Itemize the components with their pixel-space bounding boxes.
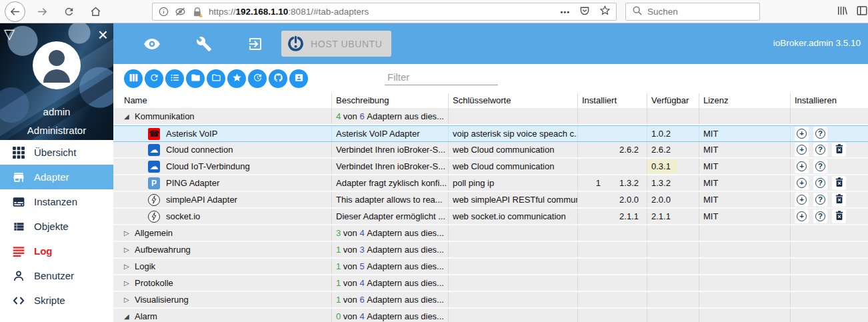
readme-help-button[interactable]: ?: [813, 143, 827, 157]
available-version: 2.6.2: [647, 143, 675, 156]
license: MIT: [699, 209, 790, 224]
sidebar-item-log[interactable]: Log: [0, 239, 113, 263]
search-input[interactable]: [647, 7, 741, 17]
url-bar[interactable]: https://192.168.1.10:8081/#tab-adapters …: [152, 3, 617, 21]
group-name: Aufbewahrung: [135, 245, 191, 255]
pocket-icon[interactable]: [579, 5, 590, 19]
group-row-aufbewahrung[interactable]: ▷Aufbewahrung1 von 3 Adaptern aus dies..…: [113, 242, 868, 259]
plus-circle-icon: +: [797, 145, 807, 155]
expand-triangle-icon[interactable]: ▷: [124, 296, 135, 303]
star-button[interactable]: [227, 69, 246, 88]
group-row-kommunikation[interactable]: ◢Kommunikation4 von 6 Adaptern aus dies.…: [113, 109, 868, 125]
badge-button[interactable]: [289, 69, 308, 88]
adapter-icon-asterisk-voip: ☎: [148, 128, 160, 140]
sidebar-item-label: Skripte: [34, 295, 65, 306]
search-bar[interactable]: [625, 3, 760, 21]
collapse-triangle-icon[interactable]: ▽: [4, 26, 15, 42]
home-button[interactable]: [85, 1, 106, 22]
collapse-triangle-icon[interactable]: ◢: [124, 313, 135, 320]
github-button[interactable]: [269, 69, 287, 88]
insecure-lock-icon[interactable]: [192, 7, 203, 17]
home-icon: [90, 6, 101, 17]
sidebar-item-label: Benutzer: [34, 270, 74, 281]
question-circle-icon: ?: [815, 145, 825, 155]
add-instance-button[interactable]: +: [795, 127, 809, 141]
delete-adapter-button[interactable]: [832, 209, 846, 223]
readme-help-button[interactable]: ?: [813, 159, 827, 173]
group-row-visualisierung[interactable]: ▷Visualisierung1 von 6 Adaptern aus dies…: [113, 292, 868, 309]
folder-button[interactable]: [186, 69, 205, 88]
folder-open-button[interactable]: [207, 69, 225, 88]
add-instance-button[interactable]: +: [795, 143, 809, 157]
list-button[interactable]: [165, 69, 184, 88]
forward-button[interactable]: [32, 1, 53, 22]
adapter-keywords: web Cloud communication: [448, 159, 577, 174]
bookmark-star-icon[interactable]: [599, 5, 611, 19]
reload-icon: [63, 6, 75, 17]
delete-adapter-button[interactable]: [832, 143, 846, 157]
collapse-triangle-icon[interactable]: ◢: [124, 113, 135, 120]
sidebar-item-adapter[interactable]: Adapter: [0, 165, 113, 189]
adapter-row-socket-io[interactable]: socket.ioDieser Adapter ermöglicht ...we…: [113, 209, 868, 225]
page: ▽ × admin Administrator ÜbersichtAdapter…: [0, 23, 868, 322]
readme-help-button[interactable]: ?: [813, 176, 827, 190]
adapter-row-simpleapi-adapter[interactable]: simpleAPI AdapterThis adapter allows to …: [113, 192, 868, 209]
user-role: Administrator: [0, 125, 113, 136]
close-icon[interactable]: ×: [98, 26, 108, 43]
plus-circle-icon: +: [797, 195, 807, 205]
adapter-row-ping-adapter[interactable]: PPING AdapterAdapter fragt zyklisch konf…: [113, 175, 868, 192]
add-instance-button[interactable]: +: [795, 209, 809, 223]
library-icon[interactable]: [836, 5, 848, 19]
sidebar-item-benutzer[interactable]: Benutzer: [0, 263, 113, 288]
sidebar-item-instanzen[interactable]: Instanzen: [0, 189, 113, 214]
reload-button[interactable]: [59, 1, 79, 22]
page-info-icon[interactable]: [159, 7, 169, 17]
host-button[interactable]: HOST UBUNTU: [281, 31, 391, 57]
adapter-row-cloud-iot-verbindung[interactable]: ☁Cloud IoT-VerbindungVerbindet Ihren ioB…: [113, 159, 868, 175]
adapter-row-cloud-connection[interactable]: ☁Cloud connectionVerbindet Ihren ioBroke…: [113, 142, 868, 159]
plus-circle-icon: +: [797, 211, 807, 221]
delete-adapter-button[interactable]: [832, 193, 846, 207]
column-header-schl-sselworte: Schlüsselworte: [448, 93, 577, 109]
wrench-icon[interactable]: [195, 35, 213, 53]
tracking-protection-icon[interactable]: [175, 7, 186, 17]
store-icon: [11, 170, 25, 184]
viewlist-icon: [11, 219, 25, 233]
group-row-protokolle[interactable]: ▷Protokolle1 von 4 Adaptern aus dies...: [113, 275, 868, 292]
add-instance-button[interactable]: +: [795, 193, 809, 207]
expand-triangle-icon[interactable]: ▷: [124, 229, 135, 237]
browser-chrome: https://192.168.1.10:8081/#tab-adapters …: [0, 0, 868, 23]
add-instance-button[interactable]: +: [795, 176, 809, 190]
search-icon: [633, 6, 642, 18]
logout-icon[interactable]: [247, 35, 264, 53]
readme-help-button[interactable]: ?: [813, 193, 827, 207]
group-row-allgemein[interactable]: ▷Allgemein3 von 4 Adaptern aus dies...: [113, 225, 868, 242]
adapter-icon-cloud-iot-verbindung: ☁: [148, 161, 160, 173]
group-row-logik[interactable]: ▷Logik1 von 5 Adaptern aus dies...: [113, 259, 868, 275]
page-actions-icon[interactable]: •••: [560, 8, 570, 16]
question-circle-icon: ?: [815, 195, 825, 205]
delete-adapter-button[interactable]: [832, 176, 846, 190]
group-row-alarm[interactable]: ◢Alarm0 von 4 Adaptern aus dies...: [113, 309, 868, 322]
sidebar-item-objekte[interactable]: Objekte: [0, 214, 113, 239]
expand-triangle-icon[interactable]: ▷: [124, 246, 135, 253]
update-button[interactable]: [248, 69, 267, 88]
readme-help-button[interactable]: ?: [813, 209, 827, 223]
filter-input[interactable]: [385, 69, 498, 85]
visibility-eye-icon[interactable]: [143, 35, 161, 53]
adapter-row-asterisk-voip[interactable]: ☎Asterisk VoIPAsterisk VoIP Adaptervoip …: [113, 125, 868, 142]
add-instance-button[interactable]: +: [795, 159, 809, 173]
sidebar-toggle-icon[interactable]: [856, 5, 868, 19]
sidebar-item-skripte[interactable]: Skripte: [0, 288, 113, 313]
refresh-button[interactable]: [145, 69, 163, 88]
back-button[interactable]: [5, 1, 25, 22]
adapter-description: Adapter fragt zyklisch konfi...: [331, 175, 448, 191]
column-header-name: Name: [113, 93, 331, 109]
sidebar-item--bersicht[interactable]: Übersicht: [0, 140, 113, 165]
expand-triangle-icon[interactable]: ▷: [124, 263, 135, 270]
sidebar-item-label: Adapter: [34, 171, 69, 183]
available-version: 2.0.0: [647, 193, 675, 206]
view-split-button[interactable]: [124, 69, 143, 88]
readme-help-button[interactable]: ?: [813, 127, 827, 141]
expand-triangle-icon[interactable]: ▷: [124, 279, 135, 287]
